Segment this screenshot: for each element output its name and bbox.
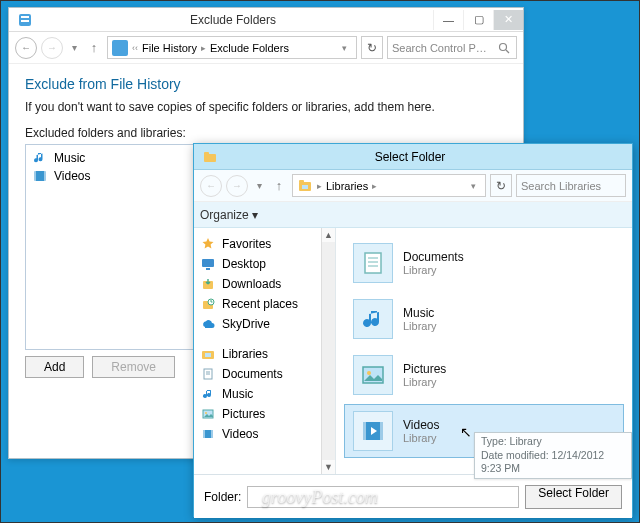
- svg-point-33: [367, 371, 371, 375]
- videos-icon: [32, 168, 48, 184]
- svg-rect-19: [205, 353, 211, 357]
- downloads-icon: [200, 276, 216, 292]
- tree-item-music[interactable]: Music: [198, 384, 331, 404]
- folder-label: Folder:: [204, 490, 241, 504]
- desktop-icon: [200, 256, 216, 272]
- breadcrumb-item[interactable]: Exclude Folders: [210, 42, 289, 54]
- window-buttons: — ▢ ✕: [433, 10, 523, 30]
- address-bar[interactable]: ▸ Libraries ▸ ▾: [292, 174, 486, 197]
- tree-item-label: Music: [222, 387, 253, 401]
- library-item-documents[interactable]: DocumentsLibrary: [344, 236, 624, 290]
- svg-rect-28: [365, 253, 381, 273]
- close-button[interactable]: ✕: [493, 10, 523, 30]
- tree-item-documents[interactable]: Documents: [198, 364, 331, 384]
- tooltip-line: Type: Library: [481, 435, 625, 449]
- tree-item-label: Videos: [222, 427, 258, 441]
- tooltip: Type: Library Date modified: 12/14/2012 …: [474, 432, 632, 479]
- library-item-pictures[interactable]: PicturesLibrary: [344, 348, 624, 402]
- tree-label: Favorites: [222, 237, 271, 251]
- tree-item-skydrive[interactable]: SkyDrive: [198, 314, 331, 334]
- libraries-group[interactable]: Libraries Documents Music Pictures Video…: [198, 344, 331, 444]
- favorites-group[interactable]: Favorites Desktop Downloads Recent place…: [198, 234, 331, 334]
- address-bar[interactable]: ‹‹ File History ▸ Exclude Folders ▾: [107, 36, 357, 59]
- tree-item-label: Pictures: [222, 407, 265, 421]
- refresh-button[interactable]: ↻: [490, 174, 512, 197]
- minimize-button[interactable]: —: [433, 10, 463, 30]
- select-folder-button[interactable]: Select Folder: [525, 485, 622, 509]
- address-dropdown[interactable]: ▾: [336, 43, 352, 53]
- folder-name-input[interactable]: [247, 486, 519, 508]
- maximize-button[interactable]: ▢: [463, 10, 493, 30]
- tree-scrollbar[interactable]: ▲ ▼: [321, 228, 335, 474]
- videos-icon: [200, 426, 216, 442]
- library-name: Pictures: [403, 362, 446, 376]
- up-button[interactable]: ↑: [85, 40, 103, 55]
- scroll-track[interactable]: [322, 242, 335, 460]
- up-button[interactable]: ↑: [270, 178, 288, 193]
- documents-icon: [200, 366, 216, 382]
- page-subtext: If you don't want to save copies of spec…: [25, 100, 507, 114]
- scroll-down-icon[interactable]: ▼: [322, 460, 335, 474]
- tree-item-label: Documents: [222, 367, 283, 381]
- tree-item-label: Downloads: [222, 277, 281, 291]
- list-label: Excluded folders and libraries:: [25, 126, 507, 140]
- search-input[interactable]: Search Control P…: [387, 36, 517, 59]
- svg-rect-11: [299, 180, 304, 183]
- history-dropdown[interactable]: ▾: [252, 180, 266, 191]
- library-name: Documents: [403, 250, 464, 264]
- tree-item-videos[interactable]: Videos: [198, 424, 331, 444]
- back-button[interactable]: ←: [15, 37, 37, 59]
- navigation-tree[interactable]: Favorites Desktop Downloads Recent place…: [194, 228, 336, 474]
- breadcrumb-item[interactable]: Libraries: [326, 180, 368, 192]
- pictures-icon: [353, 355, 393, 395]
- library-item-music[interactable]: MusicLibrary: [344, 292, 624, 346]
- list-item-label: Music: [54, 151, 85, 165]
- forward-button[interactable]: →: [226, 175, 248, 197]
- list-item[interactable]: Videos: [30, 167, 190, 185]
- recent-icon: [200, 296, 216, 312]
- history-dropdown[interactable]: ▾: [67, 42, 81, 53]
- dialog-title: Select Folder: [218, 150, 602, 164]
- tree-item-desktop[interactable]: Desktop: [198, 254, 331, 274]
- svg-rect-27: [211, 430, 213, 438]
- music-icon: [32, 150, 48, 166]
- breadcrumb-item[interactable]: File History: [142, 42, 197, 54]
- list-item[interactable]: Music: [30, 149, 190, 167]
- tree-item-recent[interactable]: Recent places: [198, 294, 331, 314]
- tree-item-label: Recent places: [222, 297, 298, 311]
- titlebar: Select Folder ✕: [194, 144, 632, 170]
- address-dropdown[interactable]: ▾: [465, 181, 481, 191]
- control-panel-icon: [112, 40, 128, 56]
- svg-point-24: [205, 412, 207, 414]
- scroll-up-icon[interactable]: ▲: [322, 228, 335, 242]
- search-placeholder: Search Libraries: [521, 180, 601, 192]
- tree-item-downloads[interactable]: Downloads: [198, 274, 331, 294]
- cloud-icon: [200, 316, 216, 332]
- window-title: Exclude Folders: [33, 13, 433, 27]
- tree-item-pictures[interactable]: Pictures: [198, 404, 331, 424]
- tree-label: Libraries: [222, 347, 268, 361]
- list-item-label: Videos: [54, 169, 90, 183]
- refresh-button[interactable]: ↻: [361, 36, 383, 59]
- forward-button[interactable]: →: [41, 37, 63, 59]
- search-input[interactable]: Search Libraries: [516, 174, 626, 197]
- excluded-list[interactable]: Music Videos: [25, 144, 195, 350]
- chevron-right-icon: ▸: [372, 181, 377, 191]
- cursor-icon: ↖: [460, 424, 472, 440]
- library-sub: Library: [403, 432, 439, 444]
- organize-menu[interactable]: Organize ▾: [200, 208, 258, 222]
- tree-item-label: SkyDrive: [222, 317, 270, 331]
- svg-rect-1: [21, 16, 29, 18]
- remove-button[interactable]: Remove: [92, 356, 175, 378]
- add-button[interactable]: Add: [25, 356, 84, 378]
- search-placeholder: Search Control P…: [392, 42, 487, 54]
- select-folder-dialog: Select Folder ✕ ← → ▾ ↑ ▸ Libraries ▸ ▾ …: [193, 143, 633, 517]
- svg-line-4: [506, 50, 509, 53]
- library-name: Music: [403, 306, 437, 320]
- navigation-bar: ← → ▾ ↑ ‹‹ File History ▸ Exclude Folder…: [9, 32, 523, 64]
- svg-rect-6: [34, 171, 36, 181]
- svg-rect-36: [380, 422, 383, 440]
- back-button[interactable]: ←: [200, 175, 222, 197]
- star-icon: [200, 236, 216, 252]
- folder-pane[interactable]: DocumentsLibrary MusicLibrary PicturesLi…: [336, 228, 632, 474]
